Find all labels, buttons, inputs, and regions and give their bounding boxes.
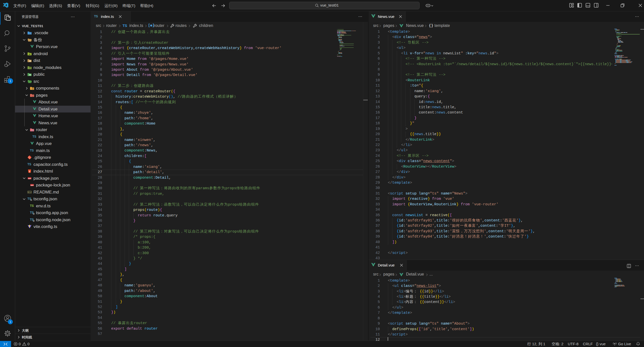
svg-text:npm: npm xyxy=(28,177,31,179)
svg-text:npm: npm xyxy=(31,184,34,186)
svg-text:5: 5 xyxy=(29,170,30,173)
svg-text:js: js xyxy=(29,67,31,69)
